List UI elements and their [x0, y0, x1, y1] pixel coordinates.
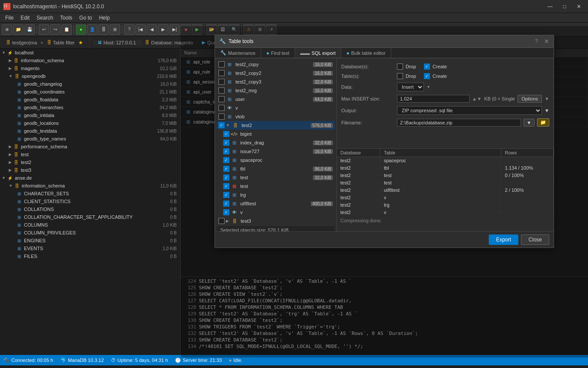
cb-bigint[interactable]: [223, 131, 229, 137]
cb-db-drop[interactable]: [397, 64, 403, 70]
tree-item-magento[interactable]: ▶ 🗄 magento 10,2 GiB: [0, 64, 180, 72]
filename-folder-button[interactable]: 📁: [537, 118, 549, 127]
tab-session[interactable]: 🗄 test|geo|ma × 🗄 Table filter ★: [2, 37, 90, 48]
cb-db-create[interactable]: [424, 64, 430, 70]
tree-item-geodb_coordinates[interactable]: ⊞ geodb_coordinates 21,1 MiB: [0, 88, 180, 96]
tb-open[interactable]: 📁: [13, 24, 24, 35]
tree-item-test3[interactable]: ▶ 🗄 test3: [0, 166, 180, 174]
modal-tree-bigint[interactable]: </> bigint: [217, 130, 335, 138]
tree-item-COLUMNS[interactable]: ⊞ COLUMNS 1,0 KiB: [0, 221, 180, 229]
modal-tree-test-b[interactable]: ⊠ test: [217, 182, 335, 191]
tb-table[interactable]: ⊞: [110, 24, 120, 35]
modal-tree-vtob[interactable]: ⊞ vtob: [217, 112, 335, 121]
tree-item-info-schema[interactable]: ▶ 🗄 information_schema 176,0 KiB: [0, 57, 180, 64]
modal-tree-spaceproc[interactable]: ⊞ spaceproc: [217, 156, 335, 164]
modal-tree-test2_copy3[interactable]: ⊞ test2_copy3 32,0 KiB: [217, 77, 335, 86]
menu-edit[interactable]: Edit: [17, 14, 33, 22]
tree-item-geodb_floatdata[interactable]: ⊞ geodb_floatdata 3,3 MiB: [0, 96, 180, 104]
close-button[interactable]: ✕: [573, 3, 585, 10]
tb-redo[interactable]: ↪: [50, 24, 60, 35]
tree-item-EVENTS[interactable]: ⊞ EVENTS 1,0 KiB: [0, 244, 180, 252]
cb-issue727[interactable]: [223, 148, 229, 154]
tb-new[interactable]: ⊕: [2, 24, 12, 35]
tb-copy[interactable]: 📋: [61, 24, 72, 35]
tree-item-COLLATION_CHAR[interactable]: ⊞ COLLATION_CHARACTER_SET_APPLICABILITY …: [0, 213, 180, 221]
menu-goto[interactable]: Go to: [76, 14, 95, 22]
cb-utf8test[interactable]: [223, 201, 229, 207]
modal-tree-index_drag[interactable]: ⊞ index_drag 32,0 KiB: [217, 138, 335, 147]
modal-tab-bulktable[interactable]: ● Bulk table editor: [341, 48, 391, 58]
tree-item-anse-de[interactable]: ▼ ⚡ anse.de: [0, 174, 180, 182]
cb-v2[interactable]: [223, 209, 229, 215]
options-button[interactable]: Options: [517, 95, 542, 103]
cb-test-b[interactable]: [223, 183, 229, 189]
tree-item-geodb_type_names[interactable]: ⊞ geodb_type_names 64,0 KiB: [0, 135, 180, 143]
modal-tree-v[interactable]: 👁 v: [217, 104, 335, 112]
tree-item-geodb_textdata[interactable]: ⊞ geodb_textdata 136,8 MiB: [0, 127, 180, 135]
tree-item-opengeodb[interactable]: ▼ 🗄 opengeodb 210,6 MiB: [0, 72, 180, 80]
tree-item-geodb_changelog[interactable]: ⊞ geodb_changelog 16,0 KiB: [0, 80, 180, 88]
cb-test2-db[interactable]: [218, 122, 225, 128]
tb-schema[interactable]: 🗄: [98, 24, 109, 35]
cb-tbl-create[interactable]: [424, 73, 430, 79]
tree-item-COLUMN_PRIVILEGES[interactable]: ⊞ COLUMN_PRIVILEGES 0 B: [0, 229, 180, 237]
modal-tree-test-a[interactable]: ⊞ test 32,0 KiB: [217, 173, 335, 182]
menu-help[interactable]: Help: [95, 14, 113, 22]
tree-item-CLIENT_STATISTICS[interactable]: ⊞ CLIENT_STATISTICS 0 B: [0, 197, 180, 205]
cb-tbl-drop[interactable]: [397, 73, 403, 79]
minimize-button[interactable]: —: [544, 3, 556, 10]
modal-tab-sqlexport[interactable]: ▬▬ SQL export: [295, 48, 341, 58]
tree-item-test[interactable]: ▶ 🗄 test: [0, 151, 180, 158]
tree-item-test2[interactable]: ▶ 🗄 test2: [0, 158, 180, 166]
cb-test3[interactable]: [218, 218, 225, 224]
cb-vtob[interactable]: [218, 114, 225, 120]
tb-help[interactable]: ?: [124, 24, 134, 35]
cb-test2_copy2[interactable]: [218, 70, 225, 76]
modal-tab-findtext[interactable]: ● Find text: [261, 48, 295, 58]
modal-tree-test2-db[interactable]: ▼ 🗄 test2 576,0 KiB: [217, 121, 335, 130]
cb-trg[interactable]: [223, 192, 229, 198]
tree-item-CHARACTER_SETS[interactable]: ⊞ CHARACTER_SETS 0 B: [0, 190, 180, 197]
cb-spaceproc[interactable]: [223, 157, 229, 163]
modal-tree-trg[interactable]: ⊞ trg: [217, 191, 335, 199]
tb-users[interactable]: 👤: [87, 24, 97, 35]
cb-user[interactable]: [218, 96, 225, 102]
menu-tools[interactable]: Tools: [57, 14, 76, 22]
modal-tree-user[interactable]: ⊞ user 64,0 KiB: [217, 95, 335, 104]
modal-tree-test3[interactable]: ▶ 🗄 test3: [217, 217, 335, 225]
tb-connect[interactable]: ●: [76, 24, 86, 35]
data-select[interactable]: Insert: [397, 83, 424, 91]
tree-item-FILES[interactable]: ⊞ FILES 0 B: [0, 252, 180, 260]
cb-test2_mrg[interactable]: [218, 87, 225, 94]
max-insert-arrows[interactable]: ▲▼: [472, 96, 482, 101]
modal-tree-issue727[interactable]: ⊞ issue727 16,0 KiB: [217, 147, 335, 156]
close-button[interactable]: Close: [521, 234, 549, 245]
filename-browse-button[interactable]: ▼: [524, 119, 534, 127]
cb-test-a[interactable]: [223, 174, 229, 181]
maximize-button[interactable]: □: [560, 3, 570, 10]
modal-close-button[interactable]: ✕: [544, 38, 549, 45]
modal-tree-test2_mrg[interactable]: ⊞ test2_mrg 16,0 KiB: [217, 86, 335, 95]
tb-save[interactable]: 💾: [24, 24, 35, 35]
tb-nav-next[interactable]: ▶: [158, 24, 168, 35]
tb-undo[interactable]: ↩: [39, 24, 49, 35]
modal-tree-test2_copy2[interactable]: ⊞ test2_copy2 16,0 KiB: [217, 69, 335, 77]
max-insert-input[interactable]: [397, 95, 470, 103]
output-select[interactable]: ZIP compressed .sql file: [397, 106, 542, 115]
menu-file[interactable]: File: [2, 14, 17, 22]
modal-tree-utf8test[interactable]: ⊞ utf8test 400,0 KiB: [217, 199, 335, 208]
modal-tab-maintenance[interactable]: 🔧 Maintenance: [215, 48, 261, 58]
modal-help-button[interactable]: ?: [535, 38, 538, 44]
tree-item-ENGINES[interactable]: ⊞ ENGINES 0 B: [0, 237, 180, 244]
tree-item-geodb_intdata[interactable]: ⊞ geodb_intdata 8,0 MiB: [0, 111, 180, 119]
modal-tree-v2[interactable]: 👁 v: [217, 208, 335, 217]
tab-host[interactable]: 🖥 Host: 127.0.0.1: [93, 40, 141, 45]
cb-tbl[interactable]: [223, 166, 229, 172]
filename-input[interactable]: [397, 119, 521, 127]
tb-nav-first[interactable]: |◀: [135, 24, 146, 35]
tree-item-perf-schema[interactable]: ▶ 🗄 performance_schema: [0, 143, 180, 151]
tree-item-geodb_hierarchies[interactable]: ⊞ geodb_hierarchies 34,2 MiB: [0, 104, 180, 111]
tb-nav-prev[interactable]: ◀: [147, 24, 157, 35]
cb-test2_copy3[interactable]: [218, 79, 225, 85]
menu-search[interactable]: Search: [33, 14, 57, 22]
